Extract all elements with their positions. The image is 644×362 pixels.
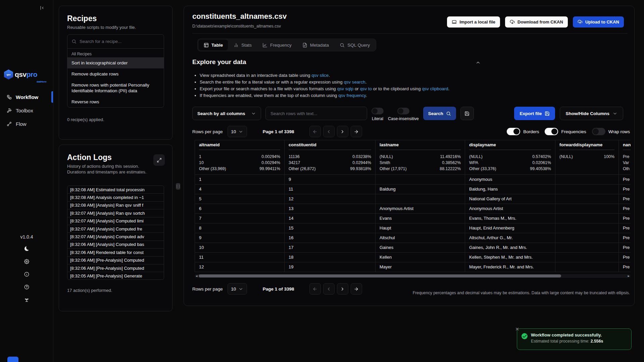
table-cell: Pre bbox=[619, 185, 631, 194]
table-row[interactable]: 815HauptHaupt, Enid AnnenbergPre bbox=[195, 223, 631, 233]
table-row[interactable]: 19AnonymousPre bbox=[195, 175, 631, 185]
link-qsv-sqlp[interactable]: qsv sqlp bbox=[337, 86, 353, 91]
recipe-item-sort-in-lexicographical-order[interactable]: Sort in lexicographical order bbox=[67, 57, 164, 68]
expand-logs-button[interactable] bbox=[153, 154, 165, 166]
table-cell: Pre bbox=[619, 214, 631, 223]
about-button[interactable] bbox=[23, 270, 31, 278]
frequencies-toggle-group: Frequencies bbox=[545, 128, 586, 135]
column-header-nan[interactable]: nan bbox=[619, 140, 631, 151]
table-row[interactable]: 411BaldungBaldung, HansPre bbox=[195, 185, 631, 194]
explore-bullet: View spreadsheet data in an interactive … bbox=[200, 72, 449, 79]
table-cell: 9 bbox=[195, 233, 285, 243]
link-qsv-to[interactable]: qsv to bbox=[360, 86, 371, 91]
table-cell: Haupt, Enid Annenberg bbox=[465, 223, 555, 233]
sidebar-item-toolbox[interactable]: Toolbox bbox=[0, 104, 53, 117]
tab-frequency[interactable]: Frequency bbox=[257, 40, 297, 50]
column-header-displayname[interactable]: displayname bbox=[465, 140, 555, 151]
first-page-button[interactable] bbox=[309, 283, 321, 295]
table-row[interactable]: 916AltschulAltschul, Arthur G., Mr.Pre bbox=[195, 233, 631, 243]
search-input[interactable]: Search rows with text... bbox=[265, 107, 367, 120]
table-toolbar-actions: Export file Show/Hide Columns bbox=[514, 107, 623, 120]
link-qsv-clipboard[interactable]: qsv clipboard bbox=[422, 86, 448, 91]
success-toast: ✕ Workflow completed successfully. Estim… bbox=[517, 328, 632, 350]
table-row[interactable]: 613Anonymous ArtistAnonymous ArtistPre bbox=[195, 204, 631, 214]
panel-resize-handle[interactable]: ⋮⋮ bbox=[176, 183, 180, 190]
column-header-altnameid[interactable]: altnameid bbox=[195, 140, 285, 151]
download-from-ckan-button[interactable]: Download from CKAN bbox=[505, 16, 568, 28]
log-entry: [8:32:07 AM] [Analysis] Computed limi bbox=[67, 217, 164, 225]
table-cell: Pre bbox=[619, 253, 631, 262]
last-page-button[interactable] bbox=[351, 126, 362, 137]
column-header-lastname[interactable]: lastname bbox=[376, 140, 465, 151]
next-page-button[interactable] bbox=[337, 126, 348, 137]
tab-table[interactable]: Table bbox=[199, 40, 228, 50]
link-qsv-search[interactable]: qsv search bbox=[344, 80, 365, 85]
literal-toggle[interactable] bbox=[371, 108, 384, 114]
case-insensitive-toggle[interactable] bbox=[397, 108, 409, 114]
header-divider bbox=[192, 33, 628, 34]
help-button[interactable] bbox=[23, 283, 31, 291]
table-cell bbox=[376, 194, 465, 204]
rows-per-page-select[interactable]: 10 bbox=[228, 283, 247, 295]
explore-bullet-list: View spreadsheet data in an interactive … bbox=[195, 72, 449, 99]
show-hide-columns-button[interactable]: Show/Hide Columns bbox=[560, 107, 623, 120]
previous-page-button[interactable] bbox=[323, 126, 335, 137]
toast-close-button[interactable]: ✕ bbox=[514, 326, 520, 332]
previous-page-button[interactable] bbox=[323, 283, 335, 295]
recipe-item-remove-rows-with-potential-per[interactable]: Remove rows with potential Personally Id… bbox=[67, 80, 164, 96]
table-cell: 1 bbox=[195, 175, 285, 185]
log-entry: [8:32:08 AM] [Analysis] Ran qsv sniff f bbox=[67, 202, 164, 209]
upload-to-ckan-button[interactable]: Upload to CKAN bbox=[573, 16, 624, 28]
save-search-button[interactable] bbox=[460, 107, 474, 120]
rows-per-page-select[interactable]: 10 bbox=[228, 126, 247, 137]
wrap-rows-toggle[interactable] bbox=[592, 128, 605, 135]
search-controls: Search by all columns Search rows with t… bbox=[192, 107, 474, 121]
table-row[interactable]: 1219MayerMayer, Frederick R., Mr. and Mr… bbox=[195, 262, 631, 272]
table-icon bbox=[204, 43, 209, 48]
search-button[interactable]: Search bbox=[423, 107, 456, 120]
scrollbar-thumb[interactable] bbox=[199, 274, 561, 277]
recipe-item-reverse-rows[interactable]: Reverse rows bbox=[67, 96, 164, 107]
settings-button[interactable] bbox=[23, 258, 31, 265]
table-cell: Kellen, Stephen M., Mr. and Mrs. bbox=[465, 253, 555, 262]
collapse-explore-button[interactable] bbox=[476, 60, 481, 66]
seedling-button[interactable] bbox=[23, 296, 31, 303]
tab-sql-query[interactable]: SQL Query bbox=[335, 40, 375, 50]
last-page-button[interactable] bbox=[351, 283, 362, 295]
recipe-item-remove-duplicate-rows[interactable]: Remove duplicate rows bbox=[67, 68, 164, 80]
table-cell: Baldung, Hans bbox=[465, 185, 555, 194]
frequencies-label: Frequencies bbox=[561, 129, 586, 134]
check-circle-icon bbox=[522, 333, 528, 339]
stats-icon bbox=[234, 43, 239, 48]
table-row[interactable]: 512National Gallery of ArtPre bbox=[195, 194, 631, 204]
borders-toggle[interactable] bbox=[507, 128, 520, 135]
export-file-button[interactable]: Export file bbox=[514, 107, 555, 120]
table-row[interactable]: 714EvansEvans, Thomas M., Mrs.Pre bbox=[195, 214, 631, 223]
collapse-sidebar-button[interactable] bbox=[37, 3, 47, 13]
main-content-card: constituents_altnames.csv D:\datasets\ex… bbox=[184, 6, 635, 306]
dark-mode-toggle-button[interactable] bbox=[23, 245, 31, 252]
column-header-constituentid[interactable]: constituentid bbox=[285, 140, 376, 151]
table-row[interactable]: 1118KellenKellen, Stephen M., Mr. and Mr… bbox=[195, 253, 631, 262]
next-page-button[interactable] bbox=[337, 283, 348, 295]
sidebar-item-flow[interactable]: Flow bbox=[0, 117, 53, 131]
scroll-left-arrow-icon[interactable]: ◀ bbox=[196, 274, 197, 278]
frequencies-toggle[interactable] bbox=[545, 128, 558, 135]
first-page-button[interactable] bbox=[309, 126, 321, 137]
pagination-top: Rows per page 10 Page 1 of 3398 bbox=[192, 126, 362, 137]
column-header-forwarddisplayname[interactable]: forwarddisplayname bbox=[555, 140, 619, 151]
tab-metadata[interactable]: Metadata bbox=[297, 40, 334, 50]
search-column-selector[interactable]: Search by all columns bbox=[192, 107, 261, 120]
link-qsv-frequency[interactable]: qsv frequency bbox=[338, 93, 366, 98]
logo-hexagon-icon: qsv bbox=[4, 69, 13, 80]
import-local-file-button[interactable]: Import a local file bbox=[447, 16, 500, 28]
horizontal-scrollbar[interactable]: ◀ ▶ bbox=[195, 274, 631, 278]
tab-stats[interactable]: Stats bbox=[229, 40, 257, 50]
flow-icon bbox=[7, 121, 12, 126]
recipe-search-input[interactable]: Search for a recipe... bbox=[67, 35, 164, 49]
link-qsv-slice[interactable]: qsv slice bbox=[311, 73, 329, 78]
sidebar-item-workflow[interactable]: Workflow bbox=[0, 90, 53, 104]
cloud-download-icon bbox=[510, 19, 515, 24]
table-row[interactable]: 1017GainesGaines, John R., Mr. and Mrs.P… bbox=[195, 243, 631, 253]
scroll-right-arrow-icon[interactable]: ▶ bbox=[628, 274, 630, 278]
